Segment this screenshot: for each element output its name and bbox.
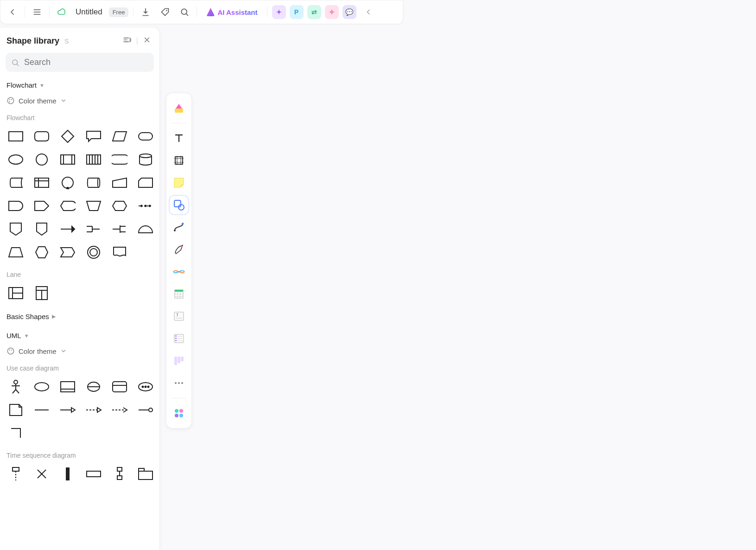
shape-package[interactable]: [135, 466, 156, 482]
tool-sticky-note[interactable]: [170, 173, 188, 192]
tool-apps[interactable]: [170, 404, 188, 422]
tag-button[interactable]: [158, 5, 172, 19]
svg-point-133: [179, 414, 183, 417]
ai-assistant-button[interactable]: AI Assistant: [202, 5, 262, 19]
shape-internal-storage[interactable]: [83, 151, 104, 168]
shape-connector[interactable]: [57, 174, 78, 191]
color-theme-button[interactable]: Color theme: [0, 92, 159, 112]
search-field[interactable]: [6, 53, 154, 72]
shape-circle[interactable]: [32, 151, 52, 168]
collapse-button[interactable]: [361, 5, 376, 19]
shape-decision[interactable]: [57, 128, 78, 145]
topbar-chip-4[interactable]: 💬: [343, 5, 356, 19]
tool-frame[interactable]: [170, 151, 188, 170]
shape-delay-right[interactable]: [32, 198, 52, 214]
shape-rounded-process[interactable]: [32, 128, 52, 145]
tool-template[interactable]: [170, 99, 188, 117]
shape-delay[interactable]: [6, 198, 26, 214]
search-button[interactable]: [177, 5, 192, 19]
shape-offpage-connector[interactable]: [6, 221, 26, 237]
tool-kanban[interactable]: [170, 352, 188, 370]
close-panel-button[interactable]: [143, 36, 151, 46]
topbar-chip-3[interactable]: ✧: [325, 5, 339, 19]
shape-ellipsis[interactable]: [135, 198, 156, 214]
tool-pen[interactable]: [170, 240, 188, 259]
tool-connector[interactable]: [170, 218, 188, 237]
back-button[interactable]: [5, 5, 20, 19]
shape-stored-data[interactable]: [6, 174, 26, 191]
shape-merge-input[interactable]: [83, 221, 104, 237]
shape-lifeline[interactable]: [6, 466, 26, 482]
sort-button[interactable]: [122, 35, 132, 46]
shape-card[interactable]: [135, 174, 156, 191]
tool-more[interactable]: [170, 374, 188, 392]
category-basic-shapes[interactable]: Basic Shapes ▶: [0, 310, 159, 323]
shape-frame[interactable]: [109, 378, 130, 395]
shape-include[interactable]: [83, 402, 104, 418]
shape-document[interactable]: [109, 244, 130, 261]
shape-shield[interactable]: [32, 221, 52, 237]
shape-required-interface[interactable]: [135, 402, 156, 418]
shape-note[interactable]: [6, 402, 26, 418]
tool-list[interactable]: [170, 329, 188, 348]
topbar-chip-1[interactable]: P: [290, 5, 304, 19]
category-flowchart[interactable]: Flowchart ▼: [0, 78, 159, 92]
shape-corner[interactable]: [6, 425, 26, 441]
shape-callout[interactable]: [83, 128, 104, 145]
shape-fragment[interactable]: [83, 466, 104, 482]
shape-destroy[interactable]: [32, 466, 52, 482]
shape-database[interactable]: [135, 151, 156, 168]
cloud-sync-button[interactable]: [54, 5, 69, 19]
tool-table[interactable]: [170, 285, 188, 303]
shape-display[interactable]: [57, 198, 78, 214]
color-theme-button-uml[interactable]: Color theme: [0, 342, 159, 363]
category-uml[interactable]: UML ▼: [0, 329, 159, 342]
topbar-chip-2[interactable]: ⇄: [307, 5, 321, 19]
shape-manual-input[interactable]: [109, 174, 130, 191]
shape-generalization[interactable]: [57, 402, 78, 418]
shape-semicircle[interactable]: [135, 221, 156, 237]
topbar-chip-0[interactable]: ✦: [272, 5, 286, 19]
shape-predefined-process[interactable]: [57, 151, 78, 168]
shape-association[interactable]: [32, 402, 52, 418]
shape-extend[interactable]: [109, 402, 130, 418]
svg-point-5: [9, 99, 10, 100]
shape-display-alt[interactable]: [109, 151, 130, 168]
shape-ellipse[interactable]: [6, 151, 26, 168]
shape-arrow-right[interactable]: [57, 221, 78, 237]
shape-chevron[interactable]: [57, 244, 78, 261]
download-button[interactable]: [138, 5, 153, 19]
shape-combined-fragment[interactable]: [109, 466, 130, 482]
shape-usecase-ellipse[interactable]: [32, 378, 52, 395]
shape-preparation[interactable]: [109, 198, 130, 214]
canvas-node-process-3[interactable]: Process: [426, 186, 505, 235]
shape-vertical-lane[interactable]: [32, 285, 52, 301]
document-title[interactable]: Untitled: [74, 7, 104, 17]
canvas-node-process-rounded[interactable]: Process: [268, 68, 347, 116]
tool-text-card[interactable]: T: [170, 307, 188, 326]
shape-manual-operation[interactable]: [83, 198, 104, 214]
shape-dots-ellipse[interactable]: [135, 378, 156, 395]
menu-button[interactable]: [30, 5, 44, 19]
tool-mindmap[interactable]: [170, 262, 188, 281]
shape-trapezoid[interactable]: [6, 244, 26, 261]
tool-text[interactable]: [170, 129, 188, 147]
shape-component[interactable]: [57, 378, 78, 395]
shape-horizontal-lane[interactable]: [6, 285, 26, 301]
canvas-node-process-2[interactable]: Process: [268, 185, 347, 234]
shape-interface-circle[interactable]: [83, 378, 104, 395]
shape-actor[interactable]: [6, 378, 26, 395]
shape-split-output[interactable]: [109, 221, 130, 237]
shape-double-circle[interactable]: [83, 244, 104, 261]
search-input[interactable]: [24, 58, 148, 67]
shape-process[interactable]: [6, 128, 26, 145]
canvas-node-decision[interactable]: Decision: [431, 300, 515, 351]
shape-data[interactable]: [109, 128, 130, 145]
shape-terminator[interactable]: [135, 128, 156, 145]
shape-hexagon[interactable]: [32, 244, 52, 261]
shape-direct-data[interactable]: [83, 174, 104, 191]
shape-activation[interactable]: [57, 466, 78, 482]
shape-internal-storage-2[interactable]: [32, 174, 52, 191]
canvas-node-process-5[interactable]: Process: [438, 399, 517, 447]
tool-shapes-active[interactable]: [170, 196, 188, 214]
